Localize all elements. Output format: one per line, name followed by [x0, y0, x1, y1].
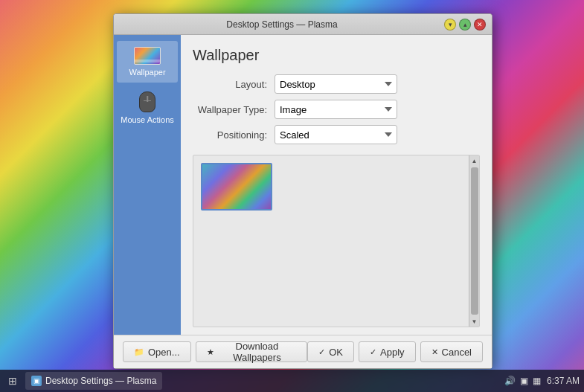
wallpaper-type-row: Wallpaper Type: Image Color Slideshow — [193, 100, 480, 119]
sidebar-item-mouse-label: Mouse Actions — [121, 115, 174, 124]
sidebar-item-mouse-actions[interactable]: Mouse Actions — [117, 86, 178, 130]
cancel-icon: ✕ — [431, 347, 438, 357]
download-icon: ★ — [207, 347, 214, 357]
taskbar-app-icon: ▣ — [31, 376, 42, 386]
main-content: Wallpaper Layout: Desktop Folder View Em… — [181, 35, 492, 335]
ok-button[interactable]: ✓ OK — [307, 341, 354, 362]
open-label: Open... — [148, 347, 180, 358]
scroll-up-arrow[interactable]: ▲ — [469, 155, 480, 166]
section-title: Wallpaper — [193, 47, 480, 64]
footer-left: 📁 Open... ★ Download Wallpapers — [123, 341, 307, 362]
taskbar-right: 🔊 ▣ ▦ 6:37 AM — [504, 376, 580, 386]
maximize-button[interactable]: ▴ — [459, 19, 471, 30]
apply-label: Apply — [380, 347, 405, 358]
titlebar-title: Desktop Settings — Plasma — [120, 19, 444, 30]
volume-icon[interactable]: 🔊 — [504, 376, 516, 386]
battery-icon[interactable]: ▣ — [520, 376, 528, 386]
clock: 6:37 AM — [547, 376, 580, 386]
dialog-footer: 📁 Open... ★ Download Wallpapers ✓ OK ✓ A… — [114, 335, 492, 368]
network-icon[interactable]: ▦ — [533, 376, 541, 386]
download-label: Download Wallpapers — [218, 341, 297, 363]
positioning-row: Positioning: Scaled Centered Tiled Stret… — [193, 125, 480, 144]
wallpaper-type-select[interactable]: Image Color Slideshow — [275, 100, 397, 119]
systray: 🔊 ▣ ▦ — [504, 376, 541, 386]
ok-label: OK — [329, 347, 343, 358]
titlebar: Desktop Settings — Plasma ▾ ▴ ✕ — [114, 14, 492, 35]
taskbar: ⊞ ▣ Desktop Settings — Plasma 🔊 ▣ ▦ 6:37… — [0, 370, 584, 392]
preview-scrollbar: ▲ ▼ — [469, 155, 479, 327]
ok-icon: ✓ — [318, 347, 325, 357]
taskbar-app-label: Desktop Settings — Plasma — [45, 376, 156, 386]
scroll-thumb[interactable] — [471, 167, 478, 315]
sidebar: Wallpaper Mouse Actions — [114, 35, 181, 335]
apply-button[interactable]: ✓ Apply — [359, 341, 416, 362]
mouse-icon — [139, 91, 155, 112]
minimize-button[interactable]: ▾ — [444, 19, 456, 30]
cancel-button[interactable]: ✕ Cancel — [420, 341, 483, 362]
close-button[interactable]: ✕ — [474, 19, 486, 30]
cancel-label: Cancel — [442, 347, 472, 358]
wallpaper-type-label: Wallpaper Type: — [193, 104, 275, 115]
layout-select[interactable]: Desktop Folder View Empty — [275, 74, 397, 94]
open-button[interactable]: 📁 Open... — [123, 341, 191, 362]
taskbar-app-item[interactable]: ▣ Desktop Settings — Plasma — [25, 372, 162, 390]
taskbar-left: ⊞ ▣ Desktop Settings — Plasma — [4, 372, 162, 390]
apply-icon: ✓ — [370, 347, 376, 357]
positioning-label: Positioning: — [193, 129, 275, 141]
scroll-down-arrow[interactable]: ▼ — [469, 316, 480, 327]
open-icon: 📁 — [134, 347, 144, 357]
layout-row: Layout: Desktop Folder View Empty — [193, 74, 480, 94]
sidebar-item-wallpaper-label: Wallpaper — [129, 68, 165, 77]
dialog-body: Wallpaper Mouse Actions Wallpaper Layout… — [114, 35, 492, 335]
positioning-select[interactable]: Scaled Centered Tiled Stretched Fit Fill — [275, 125, 397, 144]
preview-inner — [193, 155, 479, 218]
dialog-desktop-settings: Desktop Settings — Plasma ▾ ▴ ✕ Wallpape… — [113, 13, 492, 369]
layout-label: Layout: — [193, 79, 275, 90]
sidebar-item-wallpaper[interactable]: Wallpaper — [117, 41, 178, 83]
wallpaper-thumb-image — [202, 164, 271, 209]
taskbar-start-icon[interactable]: ⊞ — [4, 373, 21, 389]
titlebar-controls: ▾ ▴ ✕ — [444, 19, 486, 30]
wallpaper-icon — [134, 47, 161, 65]
preview-container: ▲ ▼ — [193, 155, 480, 327]
download-wallpapers-button[interactable]: ★ Download Wallpapers — [196, 341, 308, 362]
footer-right: ✓ OK ✓ Apply ✕ Cancel — [307, 341, 483, 362]
wallpaper-thumbnail-1[interactable] — [201, 163, 272, 211]
